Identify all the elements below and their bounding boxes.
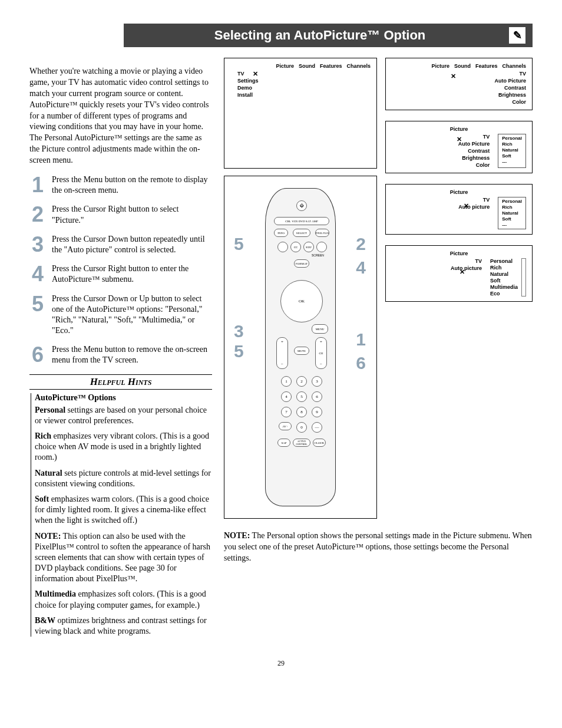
surf-button: SURF	[303, 242, 314, 252]
mute-button: MUTE	[294, 347, 309, 355]
volume-rocker: +−	[276, 337, 288, 369]
title-icon: ✎	[509, 27, 525, 44]
num-9: 9	[312, 407, 322, 417]
menu-item: TV	[483, 134, 490, 140]
pane-header: Picture	[450, 126, 468, 132]
callout-2: 2	[356, 234, 366, 254]
callout-4: 4	[356, 258, 366, 278]
step-text: Press the Menu button to remove the on-s…	[52, 344, 212, 365]
cursor-marker-icon: ✕	[457, 136, 462, 143]
menu-item: TV	[237, 71, 244, 77]
step-number: 1	[29, 174, 46, 196]
channel-rocker: +CH−	[315, 337, 327, 369]
step-text: Press the Cursor Right button to enter t…	[52, 263, 212, 285]
menu-item: Color	[476, 162, 490, 168]
menu-item: Settings	[237, 78, 259, 84]
num-0: 0	[296, 422, 307, 433]
option-item: Rich	[490, 265, 502, 271]
step-4: 4 Press the Cursor Right button to enter…	[29, 263, 212, 285]
menu-item: Brightness	[462, 155, 490, 161]
bottom-note: NOTE: The Personal option shows the pers…	[224, 531, 533, 564]
option-item: Natural	[502, 210, 518, 216]
menu-tab: Channels	[346, 63, 371, 69]
pane-header: Picture	[450, 189, 468, 195]
left-column: Whether you're watching a movie or playi…	[29, 58, 212, 641]
callout-3: 3	[234, 321, 244, 341]
option-item: Soft	[502, 216, 511, 222]
step-number: 2	[29, 204, 46, 225]
step-number: 4	[29, 263, 46, 285]
hints-subtitle: AutoPicture™ Options	[35, 393, 212, 403]
menu-item: TV	[519, 71, 526, 77]
step-number: 6	[29, 344, 46, 365]
option-item: Soft	[502, 153, 511, 159]
menu-tab: Sound	[454, 63, 471, 69]
num-1: 1	[281, 376, 292, 387]
scrollbar-icon	[521, 258, 526, 297]
option-item: Natural	[502, 147, 518, 153]
num-8: 8	[296, 407, 307, 417]
step-text: Press the Cursor Down button repeatedly …	[52, 234, 212, 255]
remote-control: ⏻ CBL VCR DVD SAT AMP INFO SELECT PIXEL …	[265, 188, 336, 506]
menu-pane-2: Picture Sound Features Channels TV Auto …	[385, 58, 533, 110]
step-2: 2 Press the Cursor Right button to selec…	[29, 204, 212, 225]
num-2: 2	[296, 376, 307, 387]
menu-item: TV	[483, 197, 490, 203]
hint-multimedia: Multimedia emphasizes soft colors. (This…	[35, 589, 212, 610]
menu-item: Brightness	[498, 92, 526, 98]
step-text: Press the Cursor Down or Up button to se…	[52, 294, 212, 337]
hint-natural: Natural sets picture controls at mid-lev…	[35, 468, 212, 489]
callout-5b: 5	[234, 341, 244, 361]
num-4: 4	[281, 391, 292, 402]
menu-tab: Picture	[431, 63, 449, 69]
hint-note: NOTE: This option can also be used with …	[35, 531, 212, 585]
step-text: Press the Menu button on the remote to d…	[52, 174, 212, 196]
pane-header: Picture	[450, 251, 468, 256]
menu-tab: Sound	[299, 63, 315, 69]
menu-item: TV	[475, 258, 482, 264]
menu-pane-3: Picture TV Auto Picture Contrast Brightn…	[385, 121, 533, 173]
step-number: 5	[29, 294, 46, 337]
cursor-marker-icon: ✕	[451, 73, 456, 80]
option-item: Multimedia	[490, 284, 518, 290]
num-3: 3	[312, 376, 322, 387]
option-item: ---	[502, 222, 507, 228]
page-number: 29	[29, 659, 533, 668]
num-7: 7	[281, 407, 292, 417]
num-5: 5	[296, 391, 307, 402]
active-control-button: ACTIVE CONTROL	[293, 439, 310, 447]
option-item: Eco	[490, 291, 500, 297]
menu-item: Auto picture	[451, 265, 482, 271]
step-3: 3 Press the Cursor Down button repeatedl…	[29, 234, 212, 255]
page-title: Selecting an AutoPicture™ Option	[131, 28, 509, 43]
av-plus-button: AV+	[279, 422, 292, 430]
cc-button: CC	[290, 242, 301, 252]
menu-item: Auto Picture	[494, 78, 526, 84]
menu-item: Auto Picture	[458, 141, 490, 147]
pixelplus-button: PIXEL PLUS	[315, 229, 329, 237]
step-5: 5 Press the Cursor Down or Up button to …	[29, 294, 212, 337]
menu-item: Contrast	[468, 148, 490, 154]
option-item: Rich	[502, 205, 512, 210]
blue-button-icon	[316, 242, 327, 252]
menu-button: MENU	[312, 324, 328, 334]
option-item: Personal	[502, 136, 522, 141]
hint-rich: Rich emphasizes very vibrant colors. (Th…	[35, 431, 212, 463]
option-item: Soft	[490, 278, 501, 284]
option-item: Rich	[502, 141, 512, 147]
step-number: 3	[29, 234, 46, 255]
cursor-marker-icon: ✕	[459, 268, 465, 276]
hints-title: Helpful Hints	[29, 374, 212, 390]
right-column: Picture Sound Features Channels TV Setti…	[224, 58, 533, 572]
callout-6: 6	[356, 353, 366, 373]
num-6: 6	[312, 391, 322, 402]
screen-label: SCREEN	[312, 253, 324, 257]
red-button-icon	[277, 242, 288, 252]
menu-tab: Features	[320, 63, 342, 69]
hint-bw: B&W optimizes brightness and contrast se…	[35, 615, 212, 637]
menu-item: Contrast	[504, 85, 526, 91]
intro-paragraph: Whether you're watching a movie or playi…	[29, 66, 212, 166]
menu-tab: Features	[475, 63, 498, 69]
device-row: CBL VCR DVD SAT AMP	[274, 217, 329, 225]
cursor-marker-icon: ✕	[464, 202, 469, 210]
